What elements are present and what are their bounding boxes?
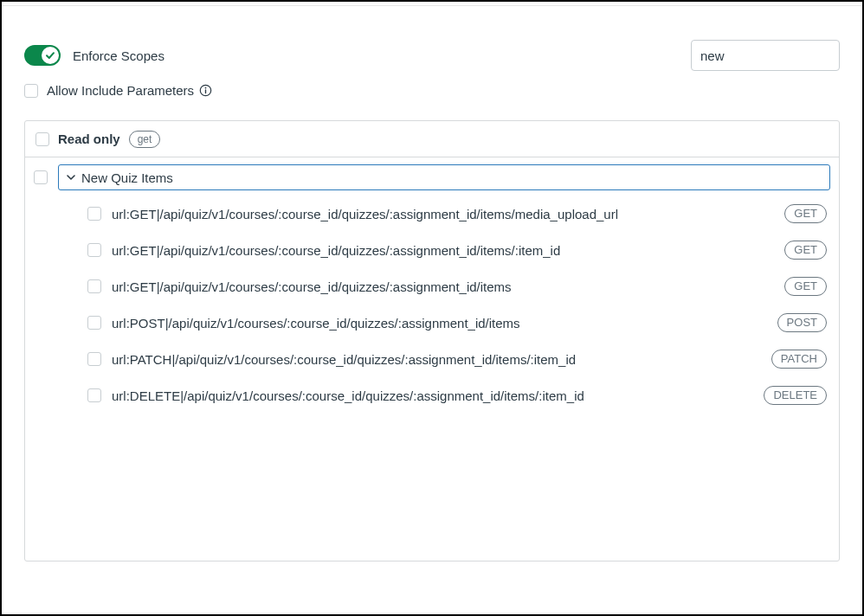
search-input[interactable] — [700, 48, 864, 63]
check-icon — [45, 50, 55, 61]
group-checkbox[interactable] — [34, 170, 48, 184]
group-title: New Quiz Items — [81, 170, 173, 185]
endpoint-checkbox[interactable] — [87, 279, 101, 293]
method-badge: GET — [784, 204, 827, 223]
endpoint-row: url:GET|/api/quiz/v1/courses/:course_id/… — [25, 268, 839, 305]
readonly-bar: Read only get — [25, 121, 839, 157]
scope-panel: Read only get New Quiz Items url:GET|/ap… — [24, 120, 840, 561]
endpoint-row: url:GET|/api/quiz/v1/courses/:course_id/… — [25, 232, 839, 268]
enforce-scopes-toggle[interactable] — [24, 45, 61, 66]
endpoint-url: url:DELETE|/api/quiz/v1/courses/:course_… — [112, 388, 753, 403]
svg-point-3 — [205, 87, 207, 89]
method-badge: PATCH — [771, 350, 827, 369]
endpoint-row: url:GET|/api/quiz/v1/courses/:course_id/… — [25, 196, 839, 232]
readonly-badge: get — [129, 131, 161, 148]
readonly-checkbox[interactable] — [35, 132, 49, 146]
endpoint-url: url:POST|/api/quiz/v1/courses/:course_id… — [112, 316, 767, 330]
endpoint-url: url:GET|/api/quiz/v1/courses/:course_id/… — [112, 279, 774, 294]
endpoint-checkbox[interactable] — [87, 388, 101, 402]
endpoint-url: url:GET|/api/quiz/v1/courses/:course_id/… — [112, 207, 774, 221]
toggle-knob — [42, 47, 59, 64]
method-badge: GET — [784, 241, 827, 260]
endpoint-url: url:PATCH|/api/quiz/v1/courses/:course_i… — [112, 352, 761, 367]
endpoint-checkbox[interactable] — [87, 316, 101, 330]
endpoint-checkbox[interactable] — [87, 352, 101, 366]
endpoint-checkbox[interactable] — [87, 207, 101, 221]
group-header[interactable]: New Quiz Items — [58, 164, 830, 190]
endpoint-row: url:PATCH|/api/quiz/v1/courses/:course_i… — [25, 341, 839, 377]
method-badge: GET — [784, 277, 827, 296]
endpoint-row: url:DELETE|/api/quiz/v1/courses/:course_… — [25, 377, 839, 414]
endpoint-checkbox[interactable] — [87, 243, 101, 257]
method-badge: DELETE — [764, 386, 827, 405]
endpoint-url: url:GET|/api/quiz/v1/courses/:course_id/… — [112, 243, 774, 258]
allow-includes-label: Allow Include Parameters — [47, 83, 212, 98]
method-badge: POST — [777, 313, 827, 332]
chevron-down-icon — [66, 172, 76, 183]
svg-rect-4 — [205, 89, 206, 93]
readonly-label: Read only — [58, 132, 120, 146]
enforce-scopes-label: Enforce Scopes — [73, 48, 164, 63]
search-box[interactable] — [691, 40, 840, 71]
allow-includes-checkbox[interactable] — [24, 84, 38, 98]
info-icon[interactable] — [199, 84, 212, 97]
endpoint-row: url:POST|/api/quiz/v1/courses/:course_id… — [25, 305, 839, 341]
